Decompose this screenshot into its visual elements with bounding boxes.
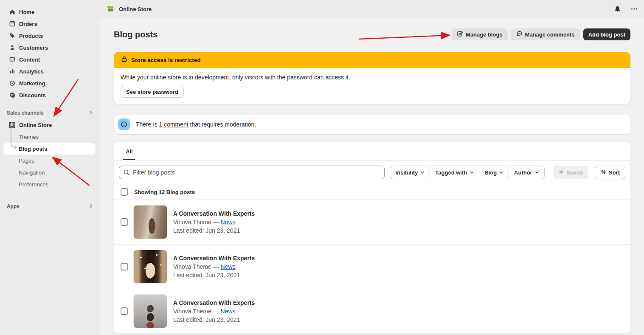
topbar: Online Store bbox=[100, 0, 644, 18]
sidebar-item-home[interactable]: Home bbox=[0, 6, 100, 18]
sort-button[interactable]: Sort bbox=[595, 166, 625, 179]
row-checkbox[interactable] bbox=[121, 263, 128, 270]
blog-post-thumbnail bbox=[133, 294, 167, 328]
more-menu-icon[interactable] bbox=[629, 3, 640, 14]
sidebar-item-label: Products bbox=[19, 33, 43, 39]
sort-label: Sort bbox=[609, 169, 620, 176]
sales-channels-label: Sales channels bbox=[7, 110, 44, 116]
blog-post-meta: A Conversation With Experts Vinova Theme… bbox=[173, 298, 255, 324]
blog-post-row[interactable]: A Conversation With Experts Vinova Theme… bbox=[114, 200, 630, 245]
row-checkbox[interactable] bbox=[121, 218, 128, 226]
manage-comments-button[interactable]: Manage comments bbox=[511, 28, 580, 40]
tab-all[interactable]: All bbox=[119, 142, 140, 160]
sidebar-item-analytics[interactable]: Analytics bbox=[0, 65, 100, 77]
sidebar-item-label: Orders bbox=[19, 21, 37, 27]
manage-blogs-label: Manage blogs bbox=[466, 31, 503, 38]
analytics-icon bbox=[8, 68, 16, 75]
blog-filter[interactable]: Blog bbox=[479, 166, 509, 179]
apps-header[interactable]: Apps bbox=[0, 200, 100, 212]
comment-moderation-banner: There is 1 comment that requires moderat… bbox=[114, 115, 630, 134]
blog-post-title[interactable]: A Conversation With Experts bbox=[173, 254, 255, 262]
blog-posts-list-card: All Visibility bbox=[114, 142, 630, 334]
lock-icon bbox=[121, 56, 128, 65]
blog-post-subtitle: Vinova Theme — News bbox=[173, 262, 255, 271]
blog-post-subtitle: Vinova Theme — News bbox=[173, 218, 255, 226]
filter-toolbar: Visibility Tagged with Blog Author bbox=[114, 160, 630, 184]
sidebar-item-label: Customers bbox=[19, 45, 48, 51]
visibility-filter[interactable]: Visibility bbox=[390, 166, 430, 179]
news-blog-link[interactable]: News bbox=[221, 308, 236, 315]
main-column: Online Store Blog posts bbox=[100, 0, 644, 335]
discounts-icon bbox=[8, 92, 16, 99]
topbar-actions bbox=[612, 3, 640, 14]
filter-group: Visibility Tagged with Blog Author bbox=[390, 166, 545, 179]
store-access-banner-title: Store access is restricted bbox=[131, 57, 201, 63]
shopify-admin: Home Orders Products Customers Content bbox=[0, 0, 644, 335]
news-blog-link[interactable]: News bbox=[221, 219, 236, 225]
sidebar-item-orders[interactable]: Orders bbox=[0, 18, 100, 30]
apps-label: Apps bbox=[7, 203, 20, 209]
visibility-filter-label: Visibility bbox=[395, 169, 418, 176]
chevron-down-icon bbox=[470, 169, 474, 176]
blog-post-row[interactable]: A Conversation With Experts Vinova Theme… bbox=[114, 289, 630, 334]
sidebar-item-label: Navigation bbox=[19, 169, 45, 176]
author-filter-label: Author bbox=[514, 169, 532, 176]
sidebar-item-themes[interactable]: Themes bbox=[0, 131, 100, 143]
sidebar: Home Orders Products Customers Content bbox=[0, 0, 100, 335]
blog-post-title[interactable]: A Conversation With Experts bbox=[173, 209, 255, 218]
chevron-down-icon bbox=[499, 169, 503, 176]
select-all-checkbox[interactable] bbox=[121, 188, 128, 196]
row-checkbox[interactable] bbox=[121, 307, 128, 315]
home-icon bbox=[8, 8, 16, 16]
page-header: Blog posts Manage blogs Manage comments bbox=[114, 28, 630, 40]
sidebar-item-label: Home bbox=[19, 9, 34, 15]
comment-bubble-icon bbox=[516, 31, 523, 38]
filter-blog-posts-input[interactable] bbox=[119, 166, 385, 179]
marketing-icon bbox=[8, 80, 16, 87]
sidebar-item-pages[interactable]: Pages bbox=[0, 155, 100, 166]
sales-channels-header[interactable]: Sales channels bbox=[0, 107, 100, 119]
blog-post-meta: A Conversation With Experts Vinova Theme… bbox=[173, 209, 255, 235]
sidebar-item-label: Online Store bbox=[19, 122, 52, 128]
sidebar-item-online-store[interactable]: Online Store bbox=[0, 119, 100, 131]
sidebar-item-label: Content bbox=[19, 56, 40, 63]
sidebar-item-label: Marketing bbox=[19, 80, 45, 87]
sidebar-item-marketing[interactable]: Marketing bbox=[0, 77, 100, 89]
sidebar-item-discounts[interactable]: Discounts bbox=[0, 89, 100, 101]
store-access-banner-text: While your online store is in developmen… bbox=[121, 74, 624, 81]
add-blog-post-button[interactable]: Add blog post bbox=[583, 28, 630, 40]
select-all-row: Showing 12 Blog posts bbox=[114, 184, 630, 200]
blog-post-title[interactable]: A Conversation With Experts bbox=[173, 298, 255, 307]
tagged-with-filter[interactable]: Tagged with bbox=[430, 166, 479, 179]
sidebar-item-blog-posts[interactable]: Blog posts bbox=[3, 143, 96, 155]
manage-blogs-button[interactable]: Manage blogs bbox=[452, 28, 508, 40]
sidebar-item-customers[interactable]: Customers bbox=[0, 42, 100, 53]
sidebar-item-label: Themes bbox=[19, 134, 39, 140]
blog-post-row[interactable]: A Conversation With Experts Vinova Theme… bbox=[114, 245, 630, 289]
blog-post-meta: A Conversation With Experts Vinova Theme… bbox=[173, 254, 255, 279]
sidebar-item-navigation[interactable]: Navigation bbox=[0, 166, 100, 178]
page-title: Blog posts bbox=[114, 30, 157, 39]
see-store-password-button[interactable]: See store password bbox=[121, 86, 184, 98]
author-filter[interactable]: Author bbox=[509, 166, 545, 179]
news-blog-link[interactable]: News bbox=[221, 263, 236, 270]
sidebar-item-label: Preferences bbox=[19, 181, 48, 188]
blog-post-last-edited: Last edited: Jun 23, 2021 bbox=[173, 315, 255, 324]
comment-moderation-text: There is 1 comment that requires moderat… bbox=[136, 121, 256, 128]
topbar-store-name: Online Store bbox=[119, 6, 152, 12]
showing-count-label: Showing 12 Blog posts bbox=[134, 189, 195, 195]
sidebar-item-label: Discounts bbox=[19, 92, 46, 99]
online-store-logo-icon bbox=[106, 4, 115, 14]
sidebar-item-products[interactable]: Products bbox=[0, 30, 100, 42]
bell-icon[interactable] bbox=[612, 3, 623, 14]
saved-button[interactable]: Saved bbox=[553, 166, 588, 179]
info-icon bbox=[118, 118, 130, 130]
storefront-icon bbox=[8, 121, 16, 129]
sidebar-item-content[interactable]: Content bbox=[0, 53, 100, 65]
sidebar-item-label: Pages bbox=[19, 158, 34, 164]
one-comment-link[interactable]: 1 comment bbox=[159, 121, 188, 128]
sidebar-item-preferences[interactable]: Preferences bbox=[0, 178, 100, 190]
page-content: Blog posts Manage blogs Manage comments bbox=[100, 18, 644, 335]
store-access-banner-body: While your online store is in developmen… bbox=[114, 68, 630, 104]
chevron-down-icon bbox=[535, 169, 539, 176]
